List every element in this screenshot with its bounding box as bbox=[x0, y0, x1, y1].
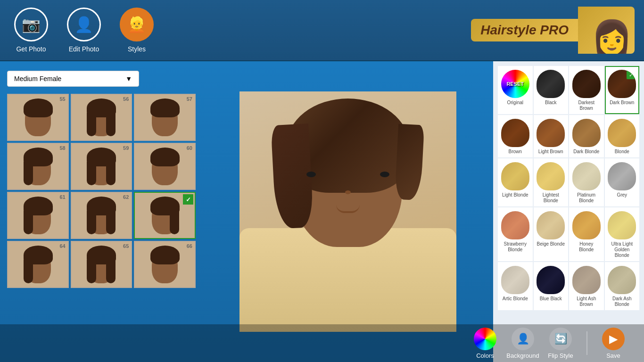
color-name-black: Black bbox=[545, 100, 556, 106]
dark-blonde-swatch bbox=[572, 119, 601, 147]
color-item-ultra-light-golden-blonde[interactable]: Ultra Light Golden Blonde bbox=[605, 207, 640, 261]
color-name-light-brown: Light Brown bbox=[538, 149, 563, 155]
color-item-grey[interactable]: Grey bbox=[605, 158, 640, 206]
color-item-beige-blonde[interactable]: Beige Blonde bbox=[534, 207, 569, 261]
color-item-dark-ash-blonde[interactable]: Dark Ash Blonde bbox=[605, 262, 640, 310]
style-thumb-64[interactable]: 64 bbox=[7, 241, 69, 288]
style-category-dropdown[interactable]: Medium Female ▼ bbox=[7, 71, 139, 87]
logo-figure: 👩 bbox=[591, 21, 632, 54]
dark-ash-blonde-swatch bbox=[608, 266, 636, 294]
style-thumb-55[interactable]: 55 bbox=[7, 94, 69, 141]
color-grid: RESET Original Black Darkest Brown ✓ Dar… bbox=[498, 66, 639, 310]
color-name-strawberry-blonde: Strawberry Blonde bbox=[501, 241, 530, 253]
style-thumb-58[interactable]: 58 bbox=[7, 143, 69, 190]
style-preview bbox=[8, 242, 68, 287]
style-num: 64 bbox=[59, 243, 65, 249]
color-name-dark-brown: Dark Brown bbox=[610, 100, 634, 106]
color-name-darkest-brown: Darkest Brown bbox=[572, 100, 601, 111]
style-num: 58 bbox=[59, 145, 65, 151]
background-label: Background bbox=[506, 352, 539, 359]
color-name-blue-black: Blue Black bbox=[540, 296, 562, 302]
color-item-artic-blonde[interactable]: Artic Blonde bbox=[498, 262, 533, 310]
style-preview bbox=[8, 144, 68, 189]
style-preview bbox=[72, 95, 132, 140]
darkest-brown-swatch bbox=[572, 70, 601, 98]
header: 📷 Get Photo 👤 Edit Photo 👱 Styles Hairst… bbox=[0, 0, 644, 61]
color-name-brown: Brown bbox=[509, 149, 522, 155]
style-num: 60 bbox=[187, 145, 192, 151]
color-item-blonde[interactable]: Blonde bbox=[605, 115, 640, 157]
color-item-blue-black[interactable]: Blue Black bbox=[534, 262, 569, 310]
style-num: 65 bbox=[123, 243, 129, 249]
style-thumb-61[interactable]: 61 bbox=[7, 192, 69, 239]
color-item-darkest-brown[interactable]: Darkest Brown bbox=[569, 66, 604, 114]
style-preview bbox=[72, 193, 132, 238]
style-thumb-63[interactable]: ✓ bbox=[134, 192, 196, 239]
bottom-toolbar: Colors 👤 Background 🔄 Flip Style ▶ Save bbox=[0, 324, 644, 362]
color-item-black[interactable]: Black bbox=[534, 66, 569, 114]
color-name-light-blonde: Light Blonde bbox=[502, 192, 528, 198]
person-icon: 👤 bbox=[67, 8, 101, 41]
nav-edit-photo[interactable]: 👤 Edit Photo bbox=[67, 8, 101, 53]
color-name-ultra-light-golden-blonde: Ultra Light Golden Blonde bbox=[608, 241, 637, 258]
colors-button[interactable]: Colors bbox=[469, 328, 502, 359]
black-swatch bbox=[537, 70, 565, 98]
colors-label: Colors bbox=[476, 352, 494, 359]
style-thumb-57[interactable]: 57 bbox=[134, 94, 196, 141]
style-num: 66 bbox=[187, 243, 192, 249]
ultra-light-golden-blonde-swatch bbox=[608, 211, 636, 239]
style-num: 56 bbox=[123, 96, 129, 102]
original-swatch: RESET bbox=[501, 70, 529, 98]
brown-swatch bbox=[501, 119, 529, 147]
style-num: 62 bbox=[123, 194, 129, 200]
left-panel: Medium Female ▼ 55 56 bbox=[0, 61, 203, 362]
platinum-blonde-swatch bbox=[572, 162, 601, 190]
get-photo-label: Get Photo bbox=[16, 45, 46, 53]
light-ash-brown-swatch bbox=[572, 266, 601, 294]
main-content: Medium Female ▼ 55 56 bbox=[0, 61, 644, 362]
save-button[interactable]: ▶ Save bbox=[597, 328, 630, 359]
nav-get-photo[interactable]: 📷 Get Photo bbox=[14, 8, 48, 53]
style-preview bbox=[72, 242, 132, 287]
strawberry-blonde-swatch bbox=[501, 211, 529, 239]
style-num: 55 bbox=[59, 96, 65, 102]
color-name-beige-blonde: Beige Blonde bbox=[537, 241, 565, 247]
style-thumb-66[interactable]: 66 bbox=[134, 241, 196, 288]
color-item-brown[interactable]: Brown bbox=[498, 115, 533, 157]
style-preview bbox=[135, 144, 195, 189]
artic-blonde-swatch bbox=[501, 266, 529, 294]
flip-style-button[interactable]: 🔄 Flip Style bbox=[544, 328, 577, 359]
background-button[interactable]: 👤 Background bbox=[506, 328, 539, 359]
color-item-lightest-blonde[interactable]: Lightest Blonde bbox=[534, 158, 569, 206]
flip-style-icon: 🔄 bbox=[549, 328, 572, 350]
style-num: 61 bbox=[59, 194, 65, 200]
color-item-light-ash-brown[interactable]: Light Ash Brown bbox=[569, 262, 604, 310]
color-name-blonde: Blonde bbox=[615, 149, 629, 155]
style-thumb-62[interactable]: 62 bbox=[71, 192, 132, 239]
styles-icon: 👱 bbox=[120, 8, 154, 41]
color-name-platinum-blonde: Platinum Blonde bbox=[572, 192, 601, 204]
color-item-strawberry-blonde[interactable]: Strawberry Blonde bbox=[498, 207, 533, 261]
color-item-light-blonde[interactable]: Light Blonde bbox=[498, 158, 533, 206]
flip-style-label: Flip Style bbox=[548, 352, 573, 359]
color-item-original[interactable]: RESET Original bbox=[498, 66, 533, 114]
style-grid: 55 56 bbox=[7, 94, 196, 288]
style-num: 57 bbox=[187, 96, 192, 102]
save-label: Save bbox=[606, 352, 620, 359]
style-thumb-65[interactable]: 65 bbox=[71, 241, 132, 288]
style-preview bbox=[8, 193, 68, 238]
style-preview bbox=[8, 95, 68, 140]
style-thumb-59[interactable]: 59 bbox=[71, 143, 132, 190]
color-item-light-brown[interactable]: Light Brown bbox=[534, 115, 569, 157]
nav-styles[interactable]: 👱 Styles bbox=[120, 8, 154, 53]
app-title: Hairstyle PRO bbox=[471, 19, 578, 41]
style-thumb-56[interactable]: 56 bbox=[71, 94, 132, 141]
lightest-blonde-swatch bbox=[537, 162, 565, 190]
style-thumb-60[interactable]: 60 bbox=[134, 143, 196, 190]
color-name-dark-ash-blonde: Dark Ash Blonde bbox=[608, 296, 637, 307]
color-item-dark-blonde[interactable]: Dark Blonde bbox=[569, 115, 604, 157]
color-item-honey-blonde[interactable]: Honey Blonde bbox=[569, 207, 604, 261]
blonde-swatch bbox=[608, 119, 636, 147]
color-item-platinum-blonde[interactable]: Platinum Blonde bbox=[569, 158, 604, 206]
color-item-dark-brown[interactable]: ✓ Dark Brown bbox=[605, 66, 640, 114]
